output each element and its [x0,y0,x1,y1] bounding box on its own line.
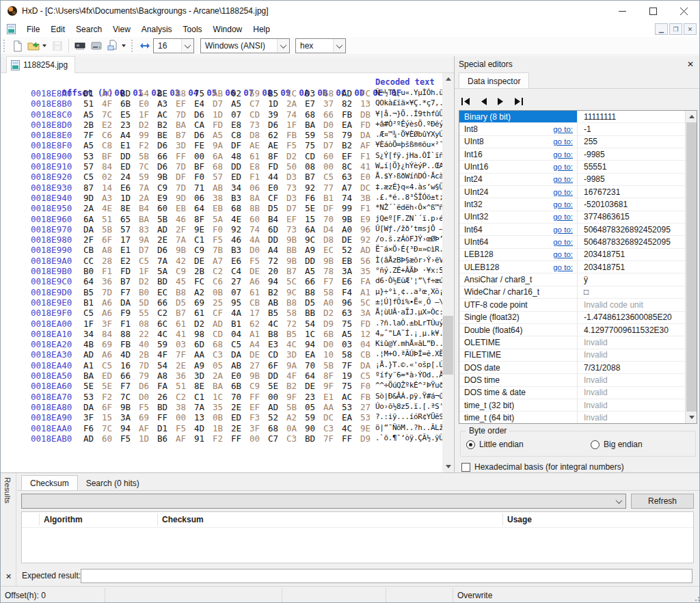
hex-byte[interactable]: CC [83,256,102,266]
hex-byte[interactable]: D9 [323,319,342,329]
hex-byte[interactable]: 6A [83,214,102,224]
hex-byte[interactable]: 4C [157,329,176,339]
first-byte-icon[interactable] [461,98,470,105]
inspector-value[interactable]: 55551 [577,161,685,172]
hex-byte[interactable]: 1F [286,120,305,130]
hex-byte[interactable]: 3F [83,412,102,423]
hex-byte[interactable]: 94 [268,276,286,286]
open-disk-icon[interactable] [88,38,105,53]
hex-byte[interactable]: 4D [194,423,213,433]
hex-byte[interactable]: F5 [139,402,157,412]
hex-byte[interactable]: D0 [139,392,157,402]
hex-byte[interactable]: 5D [139,297,157,308]
hex-byte[interactable]: FB [342,109,360,120]
hex-byte[interactable]: 5A [157,266,176,276]
open-ram-icon[interactable] [72,38,88,53]
hex-byte[interactable]: 7B [213,245,231,255]
hex-byte[interactable]: 59 [139,172,157,182]
hex-byte[interactable]: A2 [286,412,305,423]
goto-link[interactable]: go to: [553,150,573,159]
hex-byte[interactable]: 2A [139,193,157,203]
hex-byte[interactable]: 58 [323,130,342,140]
inspector-type-cell[interactable]: time_t (32 bit) [459,399,577,411]
hex-byte[interactable]: CD [268,349,286,360]
hex-byte[interactable]: D8 [250,130,268,140]
hex-byte[interactable]: F5 [120,433,139,444]
hex-byte[interactable]: 6A [305,224,323,234]
mdi-close-icon[interactable]: ✕ [684,23,697,35]
hex-byte[interactable]: B3 [231,193,250,203]
hex-byte[interactable]: A4 [250,339,268,349]
hex-byte[interactable]: F0 [213,224,231,234]
radio-little-endian[interactable]: Little endian [466,440,524,449]
hex-byte[interactable]: 38 [176,402,194,412]
hex-byte[interactable]: 4E [231,214,250,224]
row-decoded-text[interactable]: .?ñ.laÒ.±bLrTÙuý [375,319,444,327]
hex-byte[interactable]: ED [102,371,120,381]
hex-byte[interactable]: 61 [194,308,213,318]
menu-item-edit[interactable]: Edit [45,23,70,36]
hex-byte[interactable]: 5B [102,224,120,234]
inspector-type-cell[interactable]: DOS date [459,362,577,373]
hex-byte[interactable]: 2E [176,360,194,371]
hex-byte[interactable]: 53 [342,402,360,412]
hex-byte[interactable]: BB [286,245,305,255]
menu-item-help[interactable]: Help [247,23,275,36]
hex-byte[interactable]: 8E [120,203,139,213]
hex-byte[interactable]: F5 [213,234,231,245]
hex-byte[interactable]: 70 [305,360,323,371]
hex-byte[interactable]: DF [323,203,342,213]
hex-byte[interactable]: A7 [342,183,360,193]
hex-byte[interactable]: D7 [213,98,231,109]
hex-byte[interactable]: ED [120,161,139,172]
hex-byte[interactable]: D6 [268,120,286,130]
hex-byte[interactable]: 58 [323,287,342,297]
scroll-up-icon[interactable] [686,111,697,122]
inspector-value[interactable]: -1 [577,123,685,135]
hex-byte[interactable]: A0 [323,297,342,308]
inspector-value[interactable]: Invalid [577,336,685,348]
hex-byte[interactable]: D6 [157,245,176,255]
hex-byte[interactable]: C3 [213,349,231,360]
inspector-value[interactable]: 11111111 [577,111,685,122]
hex-byte[interactable]: 1D [120,193,139,203]
hex-byte[interactable]: 2B [194,266,213,276]
column-header-algorithm[interactable]: Algorithm [44,512,83,527]
inspector-type-cell[interactable]: UInt32go to: [459,211,577,223]
hex-byte[interactable]: 4D [120,349,139,360]
goto-link[interactable]: go to: [553,200,573,209]
hex-byte[interactable]: 34 [83,329,102,339]
hex-byte[interactable]: D7 [286,203,305,213]
row-decoded-text[interactable]: ¡Å.}T.©.«'ošp[.Ú [375,360,444,369]
hex-byte[interactable]: D3 [286,193,305,203]
hex-byte[interactable]: 15 [305,214,323,224]
hex-byte[interactable]: D2 [139,276,157,286]
hex-byte[interactable]: 63 [342,308,360,318]
inspector-value[interactable]: 203418751 [577,249,685,260]
hex-byte[interactable]: 00 [268,392,286,402]
hex-byte[interactable]: 16 [120,360,139,371]
hex-byte[interactable]: 7F [323,433,342,444]
hex-byte[interactable]: 2E [231,423,250,433]
hex-byte[interactable]: 5E [268,381,286,391]
hex-byte[interactable]: B6 [157,433,176,444]
hex-byte[interactable]: 78 [323,266,342,276]
hex-byte[interactable]: 9B [342,214,360,224]
hex-byte[interactable]: 6B [120,98,139,109]
status-mode[interactable]: Overwrite [453,588,699,602]
hex-byte[interactable]: F1 [250,172,268,182]
previous-byte-icon[interactable] [480,98,487,105]
hex-byte[interactable]: 46 [231,234,250,245]
row-decoded-text[interactable]: ±¦Ú]fÕi%•Ë«¸Õ –\ [375,297,444,306]
hex-byte[interactable]: 58 [342,349,360,360]
tab-data-inspector[interactable]: Data inspector [459,72,529,89]
hex-byte[interactable]: 06 [250,183,268,193]
hex-byte[interactable]: F6 [305,193,323,203]
hex-byte[interactable]: 5C [286,276,305,286]
row-decoded-text[interactable]: ºífy¨6=*à›ÝOd..Å [375,371,444,379]
hex-byte[interactable]: 53 [83,151,102,161]
inspector-type-cell[interactable]: FILETIME [459,349,577,361]
hex-byte[interactable]: FC [194,276,213,286]
hex-byte[interactable]: 74 [286,109,305,120]
menu-item-view[interactable]: View [107,23,136,36]
